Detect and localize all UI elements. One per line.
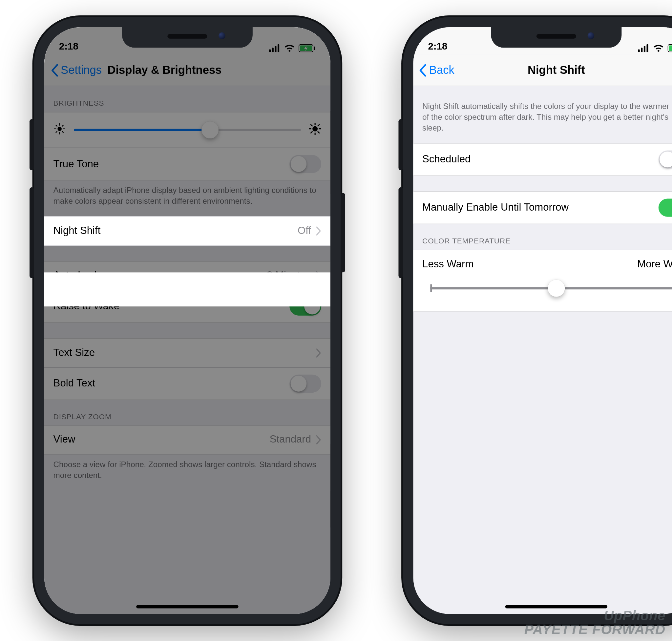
sun-max-icon: [309, 123, 321, 137]
navbar: Back Night Shift: [413, 54, 672, 86]
chevron-right-icon: [315, 435, 321, 445]
svg-rect-3: [278, 44, 279, 52]
status-time: 2:18: [59, 41, 78, 53]
raise-to-wake-label: Raise to Wake: [53, 300, 290, 312]
svg-line-23: [311, 132, 312, 133]
wifi-icon: [284, 44, 295, 52]
night-shift-row[interactable]: Night Shift Off: [44, 216, 331, 246]
svg-point-16: [312, 126, 318, 132]
color-temp-header: COLOR TEMPERATURE: [413, 224, 672, 250]
chevron-right-icon: [315, 349, 321, 357]
brightness-slider[interactable]: [74, 121, 301, 138]
cellular-icon: [638, 44, 650, 52]
true-tone-row[interactable]: True Tone: [44, 148, 331, 180]
true-tone-toggle[interactable]: [290, 155, 321, 173]
svg-line-14: [56, 132, 57, 133]
screen-right: 2:18 Back: [413, 27, 672, 614]
night-shift-value: Off: [298, 225, 311, 237]
svg-line-22: [318, 132, 319, 133]
back-button[interactable]: Back: [419, 64, 528, 77]
color-temp-block: Less Warm More Warm: [413, 250, 672, 312]
svg-line-21: [311, 125, 312, 126]
battery-charging-icon: [668, 44, 672, 52]
view-label: View: [53, 434, 270, 446]
svg-rect-2: [274, 46, 276, 52]
bold-text-label: Bold Text: [53, 378, 290, 390]
phone-right: 2:18 Back: [403, 17, 672, 624]
back-label: Back: [429, 64, 455, 77]
brightness-slider-row: [44, 112, 331, 148]
night-shift-intro: Night Shift automatically shifts the col…: [413, 86, 672, 144]
text-size-row[interactable]: Text Size: [44, 338, 331, 368]
scheduled-toggle[interactable]: [659, 150, 672, 168]
home-indicator: [136, 605, 238, 608]
svg-rect-0: [269, 50, 271, 53]
wifi-icon: [653, 44, 664, 52]
manual-enable-row[interactable]: Manually Enable Until Tomorrow: [413, 191, 672, 224]
phone-left: 2:18 Settings: [34, 17, 340, 624]
view-row[interactable]: View Standard: [44, 425, 331, 454]
notch: [491, 27, 621, 47]
home-indicator: [505, 605, 607, 608]
night-shift-label: Night Shift: [53, 225, 298, 237]
svg-line-12: [56, 125, 57, 126]
svg-rect-1: [272, 47, 274, 52]
battery-charging-icon: [299, 44, 315, 52]
svg-rect-28: [646, 44, 648, 52]
manual-enable-label: Manually Enable Until Tomorrow: [422, 201, 659, 213]
scheduled-label: Scheduled: [422, 153, 659, 165]
chevron-right-icon: [315, 271, 321, 281]
watermark-payette: PAYETTE FORWARD: [524, 623, 666, 637]
back-button[interactable]: Settings: [51, 64, 102, 77]
svg-rect-25: [638, 50, 640, 53]
navbar: Settings Display & Brightness: [44, 54, 331, 86]
bold-text-toggle[interactable]: [290, 374, 321, 392]
page-title: Night Shift: [528, 64, 585, 77]
auto-lock-label: Auto-Lock: [53, 270, 267, 282]
color-temp-slider[interactable]: [430, 280, 672, 296]
raise-to-wake-toggle[interactable]: [290, 297, 321, 315]
auto-lock-value: 2 Minutes: [267, 270, 311, 282]
svg-rect-27: [644, 46, 645, 52]
status-time: 2:18: [428, 41, 447, 53]
svg-rect-30: [669, 45, 672, 51]
page-title: Display & Brightness: [107, 64, 221, 77]
cellular-icon: [269, 44, 281, 52]
svg-rect-6: [314, 46, 315, 50]
true-tone-label: True Tone: [53, 158, 290, 170]
raise-to-wake-row[interactable]: Raise to Wake: [44, 290, 331, 323]
brightness-header: BRIGHTNESS: [44, 86, 331, 112]
svg-rect-26: [641, 47, 643, 52]
svg-line-15: [62, 125, 63, 126]
view-footer: Choose a view for iPhone. Zoomed shows l…: [44, 454, 331, 490]
chevron-right-icon: [315, 226, 321, 235]
bold-text-row[interactable]: Bold Text: [44, 367, 331, 400]
watermark: UpPhone PAYETTE FORWARD: [524, 609, 666, 637]
back-label: Settings: [61, 64, 102, 77]
more-warm-label: More Warm: [637, 258, 672, 270]
sun-min-icon: [53, 123, 66, 137]
svg-point-7: [57, 127, 62, 131]
svg-line-13: [62, 132, 63, 133]
svg-line-24: [318, 125, 319, 126]
watermark-upphone: UpPhone: [524, 609, 666, 623]
auto-lock-row[interactable]: Auto-Lock 2 Minutes: [44, 261, 331, 290]
text-size-label: Text Size: [53, 347, 315, 359]
manual-enable-toggle[interactable]: [659, 199, 672, 217]
notch: [122, 27, 253, 47]
less-warm-label: Less Warm: [422, 258, 473, 270]
scheduled-row[interactable]: Scheduled: [413, 143, 672, 176]
display-zoom-header: DISPLAY ZOOM: [44, 400, 331, 425]
view-value: Standard: [270, 434, 311, 446]
true-tone-footer: Automatically adapt iPhone display based…: [44, 180, 331, 217]
screen-left: 2:18 Settings: [44, 27, 331, 614]
